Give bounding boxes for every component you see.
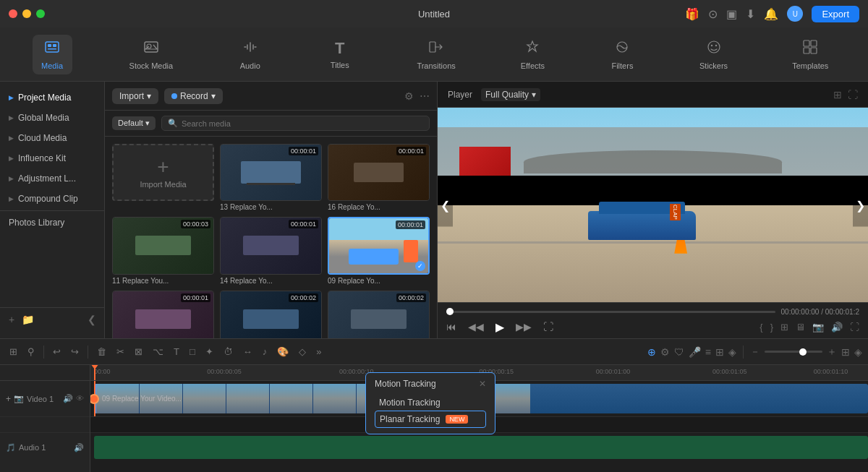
grid-tl-icon[interactable]: ≡ bbox=[705, 346, 711, 358]
more-icon[interactable]: ⋯ bbox=[420, 90, 430, 102]
motion-tracking-option[interactable]: Motion Tracking bbox=[375, 395, 486, 411]
sidebar-item-adjustment[interactable]: ▶ Adjustment L... bbox=[0, 168, 104, 189]
tool-audio[interactable]: Audio bbox=[230, 35, 270, 74]
mic-icon[interactable]: 🎤 bbox=[689, 346, 701, 358]
default-button[interactable]: Default ▾ bbox=[112, 116, 156, 130]
media-item-16[interactable]: 00:00:01 16 Replace Yo... bbox=[328, 144, 430, 211]
media-item-11[interactable]: 00:00:03 11 Replace You... bbox=[112, 217, 214, 284]
media-item-13[interactable]: 00:00:01 13 Replace Yo... bbox=[220, 144, 322, 211]
sidebar-item-global-media[interactable]: ▶ Global Media bbox=[0, 108, 104, 128]
redo-button[interactable]: ↪ bbox=[67, 344, 82, 359]
bracket-left-icon[interactable]: { bbox=[760, 322, 762, 332]
expand-icon[interactable]: ⛶ bbox=[848, 89, 858, 100]
collapse-icon[interactable]: ❮ bbox=[88, 314, 96, 325]
import-media-item[interactable]: + Import Media bbox=[112, 144, 214, 211]
motion-popup-close[interactable]: ✕ bbox=[479, 379, 486, 389]
screenshot-icon[interactable]: 📷 bbox=[812, 322, 824, 332]
tool-templates[interactable]: Templates bbox=[785, 35, 835, 74]
frame-back-button[interactable]: ◀◀ bbox=[468, 321, 484, 332]
zoom-icon[interactable]: ⛶ bbox=[850, 322, 859, 332]
volume-icon[interactable]: 🔊 bbox=[831, 322, 843, 332]
add-folder-icon[interactable]: + bbox=[9, 314, 14, 325]
gift-icon[interactable]: 🎁 bbox=[685, 7, 699, 21]
preview-left-arrow[interactable]: ❮ bbox=[438, 184, 453, 226]
zoom-out-icon[interactable]: － bbox=[750, 346, 760, 359]
clone-icon[interactable]: ⊞ bbox=[715, 346, 724, 358]
text-button[interactable]: T bbox=[170, 344, 183, 359]
split-button[interactable]: ⌥ bbox=[149, 344, 167, 359]
settings-tl-icon[interactable]: ⚙ bbox=[660, 346, 670, 358]
bracket-right-icon[interactable]: } bbox=[770, 322, 773, 332]
shield-icon[interactable]: 🛡 bbox=[674, 346, 684, 358]
media-item-09[interactable]: 00:00:01 ✓ 09 Replace Yo... bbox=[328, 217, 430, 284]
media-item-14[interactable]: 00:00:01 14 Replace Yo... bbox=[220, 217, 322, 284]
effects-tl-button[interactable]: ✦ bbox=[202, 344, 217, 359]
maximize-button[interactable] bbox=[36, 9, 45, 18]
media-item-12[interactable]: 00:00:02 12 Replace You... bbox=[220, 291, 322, 338]
layout-tl-icon[interactable]: ⊞ bbox=[841, 346, 850, 358]
tool-transitions[interactable]: Transitions bbox=[409, 35, 462, 74]
progress-bar[interactable] bbox=[446, 311, 775, 313]
export-button[interactable]: Export bbox=[812, 6, 859, 22]
close-button[interactable] bbox=[9, 9, 17, 18]
collapse-tl-icon[interactable]: ◈ bbox=[854, 346, 862, 358]
planar-tracking-option[interactable]: Planar Tracking NEW bbox=[375, 411, 486, 428]
record-button[interactable]: Record ▾ bbox=[164, 88, 223, 104]
media-item-10[interactable]: 00:00:02 10 Replace Yo... bbox=[328, 291, 430, 338]
import-media-button[interactable]: + Import Media bbox=[112, 144, 214, 201]
sidebar-item-influence-kit[interactable]: ▶ Influence Kit bbox=[0, 148, 104, 168]
grid-view-icon[interactable]: ⊞ bbox=[833, 89, 842, 100]
search-input[interactable] bbox=[182, 119, 423, 128]
scene-cut-button[interactable]: ⊞ bbox=[6, 344, 21, 359]
transition-tl-button[interactable]: ↔ bbox=[239, 344, 256, 359]
tool-media[interactable]: Media bbox=[33, 35, 72, 74]
track-hide-icon[interactable]: 👁 bbox=[76, 394, 84, 403]
audio-mute-icon[interactable]: 🔊 bbox=[74, 443, 84, 452]
video-track-icon[interactable]: 📷 bbox=[14, 394, 24, 403]
playhead[interactable] bbox=[94, 365, 95, 380]
trim-button[interactable]: ⊠ bbox=[131, 344, 146, 359]
layout-icon[interactable]: ⊞ bbox=[780, 322, 788, 332]
sidebar-item-cloud-media[interactable]: ▶ Cloud Media bbox=[0, 128, 104, 148]
sidebar-item-compound-clip[interactable]: ▶ Compound Clip bbox=[0, 189, 104, 209]
tool-filters[interactable]: Filters bbox=[603, 35, 642, 74]
folder-icon[interactable]: 📁 bbox=[22, 314, 34, 325]
skip-back-button[interactable]: ⏮ bbox=[446, 321, 456, 332]
keyframe-button[interactable]: ◇ bbox=[295, 344, 310, 359]
undo-button[interactable]: ↩ bbox=[49, 344, 64, 359]
minimize-button[interactable] bbox=[22, 9, 31, 18]
target-icon[interactable]: ⊕ bbox=[647, 346, 656, 358]
quality-select[interactable]: Full Quality ▾ bbox=[481, 88, 540, 101]
delete-button[interactable]: 🗑 bbox=[93, 344, 110, 359]
tool-stock-media[interactable]: Stock Media bbox=[122, 35, 181, 74]
tool-effects[interactable]: Effects bbox=[513, 35, 553, 74]
audio-clip[interactable] bbox=[94, 436, 868, 459]
filter-icon[interactable]: ⚙ bbox=[404, 90, 414, 102]
user-avatar[interactable]: U bbox=[787, 6, 803, 22]
sidebar-item-photos-library[interactable]: Photos Library bbox=[0, 213, 104, 233]
monitor-icon[interactable]: 🖥 bbox=[796, 322, 805, 332]
profile-icon[interactable]: ⊙ bbox=[708, 7, 718, 21]
audio-tl-button[interactable]: ♪ bbox=[259, 344, 271, 359]
color-button[interactable]: 🎨 bbox=[273, 344, 292, 359]
notification-icon[interactable]: 🔔 bbox=[764, 7, 778, 21]
zoom-in-icon[interactable]: ＋ bbox=[827, 346, 837, 359]
preview-right-arrow[interactable]: ❯ bbox=[853, 184, 868, 226]
zoom-slider[interactable] bbox=[765, 351, 822, 353]
crop-button[interactable]: □ bbox=[186, 344, 199, 359]
devices-icon[interactable]: ▣ bbox=[726, 7, 737, 21]
speed-button[interactable]: ⏱ bbox=[220, 344, 237, 359]
media-item-15[interactable]: 00:00:01 15 Replace Yo... bbox=[112, 291, 214, 338]
sidebar-item-project-media[interactable]: ▶ Project Media bbox=[0, 87, 104, 108]
frame-forward-button[interactable]: ▶▶ bbox=[516, 321, 532, 332]
audio-track-icon[interactable]: 🎵 bbox=[6, 443, 16, 452]
add-track-icon[interactable]: + bbox=[6, 394, 11, 404]
tool-titles[interactable]: T Titles bbox=[320, 35, 359, 74]
import-button[interactable]: Import ▾ bbox=[112, 88, 158, 104]
track-mute-icon[interactable]: 🔊 bbox=[63, 394, 73, 403]
play-button[interactable]: ▶ bbox=[495, 320, 504, 334]
more-tl-button[interactable]: » bbox=[312, 344, 325, 359]
cut-button[interactable]: ✂ bbox=[113, 344, 128, 359]
tool-stickers[interactable]: Stickers bbox=[692, 35, 735, 74]
keyframe2-icon[interactable]: ◈ bbox=[728, 346, 736, 358]
